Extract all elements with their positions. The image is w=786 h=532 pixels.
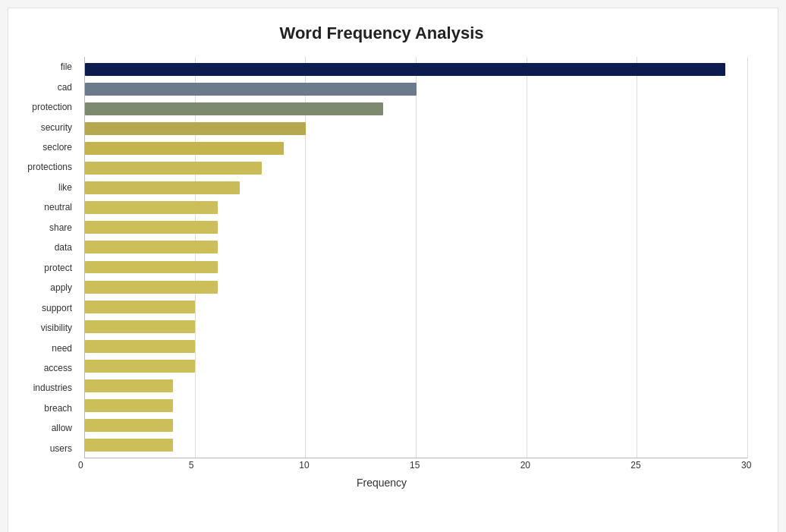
bar-row-need	[85, 336, 747, 356]
bar-row-apply	[85, 277, 747, 297]
y-label-visibility: visibility	[16, 318, 78, 338]
bar-row-file	[85, 59, 747, 79]
y-label-share: share	[16, 218, 78, 238]
y-label-protect: protect	[16, 258, 78, 278]
bar-row-protect	[85, 257, 747, 277]
x-tick-label-0: 0	[78, 460, 83, 471]
y-label-support: support	[16, 297, 78, 317]
bar-need	[85, 340, 195, 353]
bar-protections	[85, 162, 262, 175]
bar-like	[85, 181, 240, 194]
bar-cad	[85, 83, 417, 96]
y-label-security: security	[16, 117, 78, 137]
bar-row-like	[85, 178, 747, 198]
y-label-file: file	[16, 57, 78, 77]
x-axis: 051015202530	[84, 460, 747, 475]
grid-line-30	[747, 57, 748, 458]
bar-visibility	[85, 320, 195, 333]
bar-row-share	[85, 218, 747, 238]
y-label-users: users	[16, 439, 78, 458]
bar-row-allow	[85, 416, 747, 436]
y-label-apply: apply	[16, 278, 78, 297]
x-tick-label-10: 10	[299, 460, 309, 471]
x-axis-title: Frequency	[16, 477, 747, 489]
bar-row-seclore	[85, 138, 747, 158]
y-label-seclore: seclore	[16, 137, 78, 157]
bar-users	[85, 439, 173, 452]
y-label-protections: protections	[16, 157, 78, 177]
bar-data	[85, 241, 218, 253]
bar-protect	[85, 261, 218, 274]
bar-row-support	[85, 297, 747, 316]
x-tick-label-5: 5	[189, 460, 194, 471]
y-label-industries: industries	[16, 378, 78, 398]
x-tick-label-25: 25	[630, 460, 640, 471]
chart-title: Word Frequency Analysis	[16, 24, 747, 43]
y-label-like: like	[16, 178, 78, 197]
y-label-allow: allow	[16, 418, 78, 438]
bar-row-access	[85, 356, 747, 376]
bar-row-users	[85, 436, 747, 455]
bar-protection	[85, 102, 383, 115]
bar-row-cad	[85, 79, 747, 99]
x-tick-label-20: 20	[520, 460, 530, 471]
bar-row-protections	[85, 158, 747, 178]
bar-industries	[85, 379, 173, 392]
bar-seclore	[85, 142, 284, 155]
y-label-data: data	[16, 238, 78, 257]
bar-file	[85, 63, 725, 76]
y-label-cad: cad	[16, 77, 78, 96]
y-axis-labels: filecadprotectionsecuritysecloreprotecti…	[16, 57, 84, 458]
bar-row-industries	[85, 376, 747, 396]
chart-container: Word Frequency Analysis filecadprotectio…	[8, 8, 778, 532]
bar-breach	[85, 399, 173, 412]
bar-row-visibility	[85, 316, 747, 336]
x-tick-label-30: 30	[741, 460, 751, 471]
bar-share	[85, 221, 218, 234]
y-label-breach: breach	[16, 398, 78, 418]
y-label-access: access	[16, 358, 78, 378]
bar-apply	[85, 281, 218, 294]
bar-row-data	[85, 238, 747, 257]
bars-list	[84, 57, 747, 458]
bar-access	[85, 360, 195, 373]
bar-row-breach	[85, 396, 747, 416]
y-label-neutral: neutral	[16, 197, 78, 217]
bar-support	[85, 301, 195, 313]
y-label-protection: protection	[16, 97, 78, 117]
bar-row-protection	[85, 99, 747, 118]
bar-row-security	[85, 118, 747, 138]
bars-area	[84, 57, 747, 458]
bar-security	[85, 122, 306, 135]
y-label-need: need	[16, 338, 78, 357]
x-tick-label-15: 15	[410, 460, 420, 471]
bar-row-neutral	[85, 198, 747, 218]
bar-allow	[85, 419, 173, 432]
bar-neutral	[85, 201, 218, 214]
